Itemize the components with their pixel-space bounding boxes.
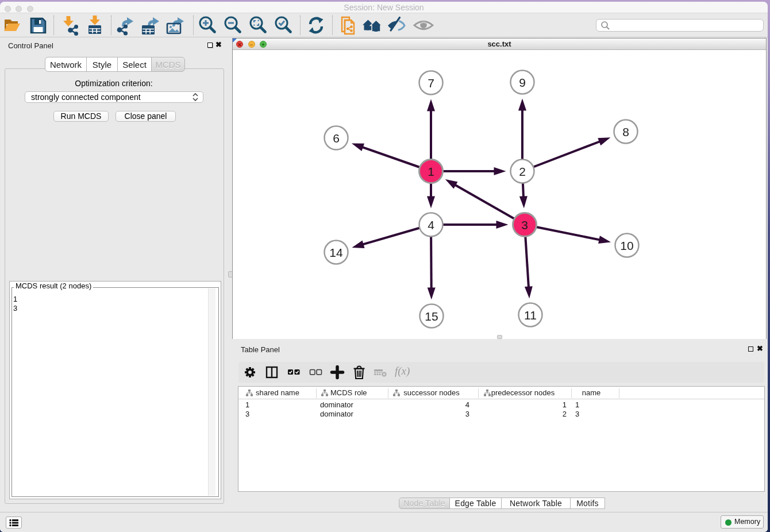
- svg-text:11: 11: [524, 309, 537, 322]
- svg-text:9: 9: [519, 76, 526, 89]
- svg-text:2: 2: [519, 165, 526, 178]
- svg-text:6: 6: [333, 132, 340, 145]
- svg-text:10: 10: [620, 239, 633, 252]
- svg-text:15: 15: [425, 310, 438, 323]
- svg-text:4: 4: [428, 218, 434, 232]
- svg-text:7: 7: [428, 76, 434, 90]
- svg-text:14: 14: [329, 246, 343, 259]
- svg-text:8: 8: [622, 125, 629, 138]
- svg-text:3: 3: [521, 218, 528, 232]
- svg-text:1: 1: [428, 165, 434, 178]
